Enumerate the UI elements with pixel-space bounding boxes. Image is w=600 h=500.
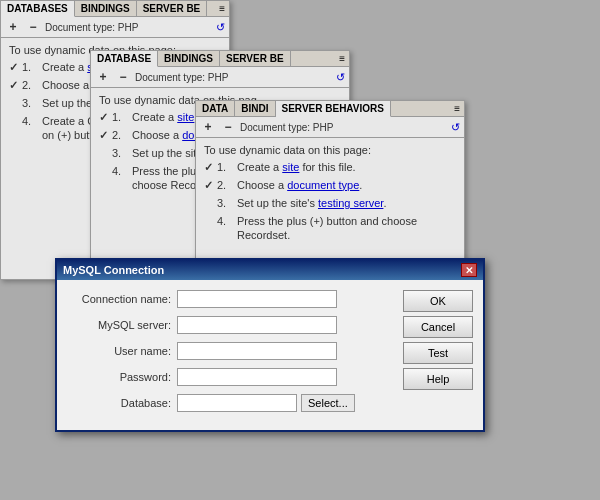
mysql-server-label: MySQL server:	[67, 319, 177, 331]
tab-database-2[interactable]: DATABASE	[91, 51, 158, 67]
doc-type-label-2: Document type: PHP	[135, 72, 228, 83]
ok-button[interactable]: OK	[403, 290, 473, 312]
add-button-2[interactable]: +	[95, 69, 111, 85]
connection-name-label: Connection name:	[67, 293, 177, 305]
site-link-3[interactable]: site	[282, 161, 299, 173]
tab-databases[interactable]: DATABASES	[1, 1, 75, 17]
instructions-list-3: ✓ 1. Create a site for this file. ✓ 2. C…	[204, 160, 456, 243]
help-button[interactable]: Help	[403, 368, 473, 390]
dialog-form: Connection name: MySQL server: User name…	[67, 290, 393, 420]
database-input[interactable]	[177, 394, 297, 412]
check-3-1: ✓	[204, 160, 213, 175]
mysql-connection-dialog: MySQL Connection ✕ Connection name: MySQ…	[55, 258, 485, 432]
remove-button-2[interactable]: −	[115, 69, 131, 85]
database-field-group: Select...	[177, 394, 355, 412]
panel-3-content: To use dynamic data on this page: ✓ 1. C…	[196, 138, 464, 252]
instructions-heading-3: To use dynamic data on this page:	[204, 144, 456, 156]
refresh-button[interactable]: ↺	[216, 21, 225, 34]
list-item: ✓ 2. Choose a document type.	[204, 178, 456, 193]
cancel-button[interactable]: Cancel	[403, 316, 473, 338]
password-row: Password:	[67, 368, 393, 386]
doc-type-label: Document type: PHP	[45, 22, 138, 33]
add-button[interactable]: +	[5, 19, 21, 35]
dialog-titlebar: MySQL Connection ✕	[57, 260, 483, 280]
tab-more-icon-3[interactable]: ≡	[450, 101, 464, 116]
panel-3-toolbar: + − Document type: PHP ↺	[196, 117, 464, 138]
mysql-server-row: MySQL server:	[67, 316, 393, 334]
connection-name-row: Connection name:	[67, 290, 393, 308]
user-name-input[interactable]	[177, 342, 337, 360]
password-label: Password:	[67, 371, 177, 383]
tab-server-behaviors-3[interactable]: SERVER BEHAVIORS	[276, 101, 391, 117]
dialog-action-buttons: OK Cancel Test Help	[403, 290, 473, 420]
tab-bindings[interactable]: BINDINGS	[75, 1, 137, 16]
user-name-label: User name:	[67, 345, 177, 357]
connection-name-input[interactable]	[177, 290, 337, 308]
dialog-title: MySQL Connection	[63, 264, 164, 276]
tab-server-be[interactable]: SERVER BE	[137, 1, 208, 16]
check-1: ✓	[9, 60, 18, 75]
password-input[interactable]	[177, 368, 337, 386]
panel-2-toolbar: + − Document type: PHP ↺	[91, 67, 349, 88]
list-item: ✓ 4. Press the plus (+) button and choos…	[204, 214, 456, 244]
database-label: Database:	[67, 397, 177, 409]
refresh-button-2[interactable]: ↺	[336, 71, 345, 84]
select-button[interactable]: Select...	[301, 394, 355, 412]
site-link-2[interactable]: site	[177, 111, 194, 123]
check-3-2: ✓	[204, 178, 213, 193]
panel-2-tabs: DATABASE BINDINGS SERVER BE ≡	[91, 51, 349, 67]
database-row: Database: Select...	[67, 394, 393, 412]
panel-1-toolbar: + − Document type: PHP ↺	[1, 17, 229, 38]
list-item: ✓ 3. Set up the site's testing server.	[204, 196, 456, 211]
dialog-close-button[interactable]: ✕	[461, 263, 477, 277]
tab-data-3[interactable]: DATA	[196, 101, 235, 116]
tab-server-be-2[interactable]: SERVER BE	[220, 51, 291, 66]
list-item: ✓ 1. Create a site for this file.	[204, 160, 456, 175]
dialog-body: Connection name: MySQL server: User name…	[57, 280, 483, 430]
testing-link-3[interactable]: testing server	[318, 197, 383, 209]
doc-type-link-3[interactable]: document type	[287, 179, 359, 191]
panel-1-tabs: DATABASES BINDINGS SERVER BE ≡	[1, 1, 229, 17]
tab-more-icon-2[interactable]: ≡	[335, 51, 349, 66]
panel-3-tabs: DATA BINDI SERVER BEHAVIORS ≡	[196, 101, 464, 117]
check-2-2: ✓	[99, 128, 108, 143]
remove-button-3[interactable]: −	[220, 119, 236, 135]
mysql-server-input[interactable]	[177, 316, 337, 334]
doc-type-label-3: Document type: PHP	[240, 122, 333, 133]
check-2-1: ✓	[99, 110, 108, 125]
tab-bindings-2[interactable]: BINDINGS	[158, 51, 220, 66]
add-button-3[interactable]: +	[200, 119, 216, 135]
tab-more-icon[interactable]: ≡	[215, 1, 229, 16]
refresh-button-3[interactable]: ↺	[451, 121, 460, 134]
check-2: ✓	[9, 78, 18, 93]
remove-button[interactable]: −	[25, 19, 41, 35]
test-button[interactable]: Test	[403, 342, 473, 364]
user-name-row: User name:	[67, 342, 393, 360]
tab-bindi-3[interactable]: BINDI	[235, 101, 275, 116]
